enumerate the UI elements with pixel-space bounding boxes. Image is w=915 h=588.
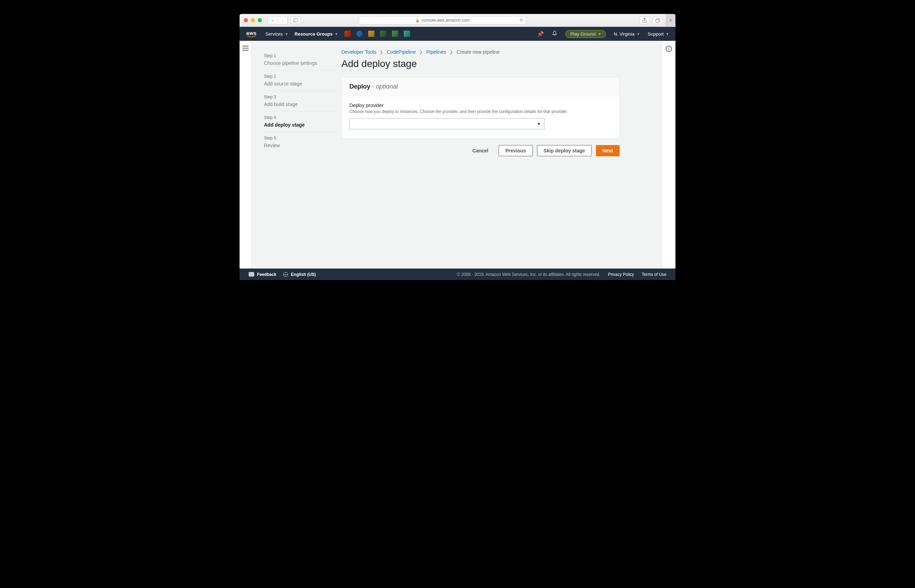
wizard-step-1[interactable]: Step 1 Choose pipeline settings [264, 50, 337, 71]
service-shortcut-icon[interactable] [368, 31, 374, 37]
reload-icon[interactable]: ⟳ [520, 18, 523, 23]
step-title: Add build stage [264, 102, 337, 107]
tabs-button[interactable] [652, 16, 663, 24]
panel-title: Deploy [349, 83, 370, 90]
feedback-label: Feedback [257, 272, 276, 277]
support-label: Support [648, 31, 664, 37]
panel-optional: - optional [372, 83, 398, 90]
right-help-column: i [662, 41, 675, 268]
service-shortcut-icon[interactable] [357, 31, 363, 37]
chevron-down-icon: ▼ [637, 32, 640, 36]
step-number: Step 1 [264, 53, 337, 58]
browser-window: ‹ › 🔒 console.aws.amazon.com ⟳ + aws [240, 14, 675, 280]
chevron-right-icon: ❯ [449, 50, 453, 54]
chevron-right-icon: ❯ [380, 50, 383, 54]
services-menu[interactable]: Services ▼ [265, 31, 288, 37]
service-shortcut-icon[interactable] [345, 31, 351, 37]
wizard-step-3[interactable]: Step 3 Add build stage [264, 91, 337, 111]
main-scroll: Step 1 Choose pipeline settings Step 2 A… [252, 41, 662, 268]
wizard-actions: Cancel Previous Skip deploy stage Next [341, 145, 620, 156]
chevron-down-icon: ▼ [666, 32, 669, 36]
resource-groups-menu[interactable]: Resource Groups ▼ [295, 31, 338, 37]
hamburger-icon[interactable] [242, 46, 249, 50]
deploy-provider-select[interactable]: ▼ [349, 118, 545, 129]
window-controls [244, 18, 262, 22]
breadcrumb-developer-tools[interactable]: Developer Tools [341, 49, 376, 55]
speech-bubble-icon [249, 272, 254, 276]
deploy-panel: Deploy - optional Deploy provider Choose… [341, 77, 620, 139]
footer: Feedback English (US) © 2008 - 2019, Ama… [240, 268, 675, 280]
step-number: Step 5 [264, 136, 337, 141]
feedback-link[interactable]: Feedback [249, 272, 276, 277]
service-shortcut-icons [345, 31, 410, 37]
copyright-text: © 2008 - 2019, Amazon Web Services, Inc.… [457, 272, 600, 277]
wizard-step-5[interactable]: Step 5 Review [264, 132, 337, 152]
skip-deploy-stage-button[interactable]: Skip deploy stage [537, 145, 592, 156]
wizard-steps: Step 1 Choose pipeline settings Step 2 A… [252, 41, 337, 268]
language-selector[interactable]: English (US) [283, 272, 316, 277]
chevron-down-icon: ▾ [599, 31, 601, 37]
chevron-down-icon: ▼ [285, 32, 288, 36]
breadcrumb: Developer Tools ❯ CodePipeline ❯ Pipelin… [341, 49, 620, 55]
wizard-step-2[interactable]: Step 2 Add source stage [264, 71, 337, 91]
step-number: Step 2 [264, 74, 337, 79]
breadcrumb-current: Create new pipeline [457, 49, 500, 55]
region-menu[interactable]: N. Virginia ▼ [614, 31, 640, 37]
left-nav-toggle-column [240, 41, 252, 268]
chevron-down-icon: ▼ [537, 122, 541, 126]
account-label: Play Ground [570, 31, 595, 37]
info-icon[interactable]: i [666, 46, 672, 52]
aws-top-nav: aws Services ▼ Resource Groups ▼ 📌 Play … [240, 27, 675, 41]
breadcrumb-codepipeline[interactable]: CodePipeline [387, 49, 416, 55]
page-title: Add deploy stage [341, 58, 620, 69]
forward-button[interactable]: › [278, 16, 287, 24]
maximize-window-icon[interactable] [258, 18, 262, 22]
panel-body: Deploy provider Choose how you deploy to… [342, 96, 619, 139]
back-button[interactable]: ‹ [268, 16, 278, 24]
service-shortcut-icon[interactable] [404, 31, 410, 37]
service-shortcut-icon[interactable] [392, 31, 398, 37]
page-content: Developer Tools ❯ CodePipeline ❯ Pipelin… [337, 41, 634, 268]
content-area: Step 1 Choose pipeline settings Step 2 A… [240, 41, 675, 268]
share-button[interactable] [639, 16, 650, 24]
breadcrumb-pipelines[interactable]: Pipelines [426, 49, 446, 55]
step-number: Step 4 [264, 115, 337, 120]
services-label: Services [265, 31, 283, 37]
deploy-provider-label: Deploy provider [349, 103, 612, 108]
svg-rect-0 [294, 18, 298, 22]
cancel-button[interactable]: Cancel [466, 145, 495, 156]
chevron-down-icon: ▼ [335, 32, 338, 36]
url-text: console.aws.amazon.com [421, 18, 470, 23]
pin-icon[interactable]: 📌 [537, 31, 544, 37]
new-tab-button[interactable]: + [666, 14, 675, 27]
region-label: N. Virginia [614, 31, 635, 37]
nav-buttons: ‹ › [268, 16, 288, 24]
previous-button[interactable]: Previous [499, 145, 533, 156]
support-menu[interactable]: Support ▼ [648, 31, 669, 37]
minimize-window-icon[interactable] [251, 18, 255, 22]
privacy-policy-link[interactable]: Privacy Policy [608, 272, 634, 277]
browser-chrome: ‹ › 🔒 console.aws.amazon.com ⟳ + [240, 14, 675, 27]
next-button[interactable]: Next [596, 145, 620, 156]
close-window-icon[interactable] [244, 18, 248, 22]
globe-icon [283, 272, 288, 277]
step-title: Add source stage [264, 81, 337, 87]
resource-groups-label: Resource Groups [295, 31, 332, 37]
service-shortcut-icon[interactable] [380, 31, 386, 37]
language-label: English (US) [291, 272, 316, 277]
sidebar-toggle-button[interactable] [290, 16, 301, 24]
terms-of-use-link[interactable]: Terms of Use [642, 272, 666, 277]
chevron-right-icon: ❯ [419, 50, 423, 54]
notifications-icon[interactable] [552, 30, 558, 38]
step-title: Add deploy stage [264, 122, 337, 128]
panel-header: Deploy - optional [342, 78, 619, 96]
step-title: Review [264, 143, 337, 148]
wizard-step-4[interactable]: Step 4 Add deploy stage [264, 111, 337, 132]
deploy-provider-help: Choose how you deploy to instances. Choo… [349, 109, 612, 115]
account-menu[interactable]: Play Ground ▾ [565, 30, 606, 38]
url-bar[interactable]: 🔒 console.aws.amazon.com ⟳ [359, 16, 526, 24]
lock-icon: 🔒 [415, 18, 420, 22]
aws-logo[interactable]: aws [246, 30, 257, 37]
step-title: Choose pipeline settings [264, 60, 337, 66]
step-number: Step 3 [264, 95, 337, 99]
